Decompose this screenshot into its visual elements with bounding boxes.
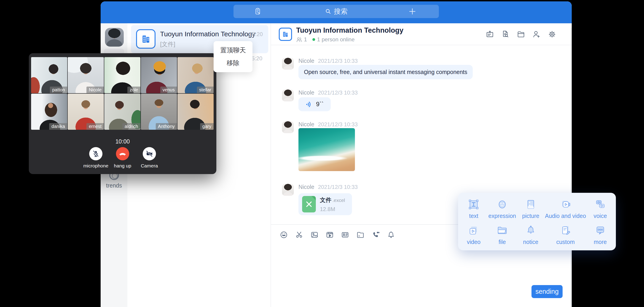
emoji-icon[interactable]	[279, 230, 289, 240]
panel-item-notice[interactable]: notice	[516, 222, 545, 248]
sender-name: Nicole	[298, 184, 314, 190]
video-call-window[interactable]: patton Nicole zole venus stellar danika …	[29, 53, 216, 174]
sender-avatar[interactable]	[282, 121, 294, 133]
video-icon	[467, 224, 480, 237]
voice-message-bubble[interactable]: 9``	[298, 97, 331, 111]
attachment-panel: text expression picture Audio and video	[458, 193, 616, 250]
add-member-icon[interactable]	[532, 29, 542, 39]
conversation-last-message: [文件]	[160, 40, 175, 48]
members-icon	[296, 36, 302, 42]
microphone-label: microphone	[82, 163, 109, 169]
file-extension: .excel	[332, 198, 345, 203]
send-button[interactable]: sending	[532, 285, 562, 298]
text-icon	[467, 198, 480, 211]
top-bar: 搜索	[100, 1, 572, 23]
file-info: 文件 .excel 12.8M	[320, 196, 345, 212]
participant-tile[interactable]: aldrich	[104, 94, 140, 130]
panel-item-audio-video[interactable]: Audio and video	[545, 196, 586, 222]
participant-name: Nicole	[86, 87, 104, 93]
message-time: 2021/12/3 10:33	[318, 58, 358, 64]
panel-item-file[interactable]: file	[488, 222, 516, 248]
menu-item-pin-chat[interactable]: 置顶聊天	[214, 44, 252, 57]
image-icon[interactable]	[310, 230, 320, 240]
screenshot-icon[interactable]	[294, 230, 304, 240]
participant-tile[interactable]: gary	[178, 94, 214, 130]
group-notice-icon[interactable]	[485, 29, 495, 39]
conversation-time: 15:20	[249, 31, 263, 37]
message-text: Open source, free, and universal instant…	[298, 65, 473, 79]
menu-item-remove[interactable]: 移除	[214, 57, 252, 69]
search-bar[interactable]: 搜索	[234, 5, 439, 18]
panel-item-video[interactable]: video	[460, 222, 488, 248]
building-icon	[140, 33, 152, 45]
chat-title: Tuoyun Information Technology	[296, 26, 404, 34]
message-time: 2021/12/3 10:33	[318, 184, 358, 190]
microphone-muted-icon	[92, 150, 100, 158]
participant-tile[interactable]: zole	[104, 57, 140, 93]
message-header: Nicole 2021/12/3 10:33	[298, 121, 358, 128]
participant-grid: patton Nicole zole venus stellar danika …	[31, 57, 214, 130]
participant-tile[interactable]: Anthony	[141, 94, 177, 130]
expression-icon	[496, 198, 508, 211]
chat-record-search-icon[interactable]	[500, 29, 510, 39]
excel-file-icon	[302, 196, 316, 212]
scrollbar[interactable]	[570, 28, 571, 307]
search-placeholder: 搜索	[334, 7, 348, 16]
voice-duration: 9``	[316, 101, 324, 108]
participant-tile[interactable]: venus	[141, 57, 177, 93]
add-icon[interactable]	[409, 8, 416, 15]
camera-label: Camera	[136, 163, 163, 169]
microphone-button[interactable]: microphone	[82, 147, 109, 169]
message-time: 2021/12/3 10:33	[318, 89, 358, 96]
file-icon	[496, 224, 508, 237]
participant-name: ernest	[86, 123, 104, 130]
chat-subtitle: 1 1 person online	[296, 36, 354, 43]
message-header: Nicole 2021/12/3 10:33	[298, 89, 358, 96]
participant-name: stellar	[197, 87, 214, 93]
chat-header: Tuoyun Information Technology 1 1 person…	[271, 23, 572, 45]
member-count: 1	[304, 36, 307, 43]
sender-avatar[interactable]	[282, 89, 294, 101]
contact-card-icon[interactable]	[340, 230, 350, 240]
participant-name: patton	[50, 87, 67, 93]
participant-tile[interactable]: patton	[31, 57, 67, 93]
text-message-bubble[interactable]: Open source, free, and universal instant…	[298, 65, 473, 79]
video-clip-icon[interactable]	[325, 230, 335, 240]
notification-icon[interactable]	[386, 230, 396, 240]
sender-avatar[interactable]	[282, 58, 294, 70]
panel-item-more[interactable]: more	[586, 222, 614, 248]
custom-icon	[559, 224, 572, 237]
call-icon[interactable]	[371, 230, 381, 240]
sender-avatar[interactable]	[282, 184, 294, 196]
panel-item-expression[interactable]: expression	[488, 196, 516, 222]
online-dot	[312, 38, 315, 41]
participant-name: aldrich	[122, 123, 140, 130]
participant-name: venus	[160, 87, 177, 93]
image-message-beach-photo[interactable]	[298, 128, 355, 171]
panel-item-picture[interactable]: picture	[516, 196, 545, 222]
settings-icon[interactable]	[547, 29, 557, 39]
audio-video-icon	[559, 198, 572, 211]
panel-item-voice[interactable]: voice	[586, 196, 614, 222]
message-header: Nicole 2021/12/3 10:33	[298, 184, 358, 190]
call-controls: microphone hang up Camera	[29, 147, 216, 169]
participant-tile[interactable]: Nicole	[68, 57, 104, 93]
participant-name: danika	[49, 123, 67, 130]
group-avatar	[279, 28, 292, 41]
search-field[interactable]: 搜索	[234, 5, 439, 18]
voice-wave-icon	[306, 101, 313, 108]
camera-button[interactable]: Camera	[136, 147, 163, 169]
participant-tile[interactable]: ernest	[68, 94, 104, 130]
panel-item-custom[interactable]: custom	[545, 222, 586, 248]
participant-tile[interactable]: danika	[31, 94, 67, 130]
panel-item-text[interactable]: text	[460, 196, 488, 222]
file-message-bubble[interactable]: 文件 .excel 12.8M	[298, 193, 352, 215]
my-avatar[interactable]	[105, 28, 124, 47]
hang-up-button[interactable]: hang up	[109, 147, 136, 169]
participant-tile[interactable]: stellar	[178, 57, 214, 93]
participant-name: Anthony	[156, 123, 177, 130]
group-folder-icon[interactable]	[516, 29, 526, 39]
sender-name: Nicole	[298, 57, 314, 64]
folder-icon[interactable]	[356, 230, 366, 240]
voice-icon	[594, 198, 607, 211]
